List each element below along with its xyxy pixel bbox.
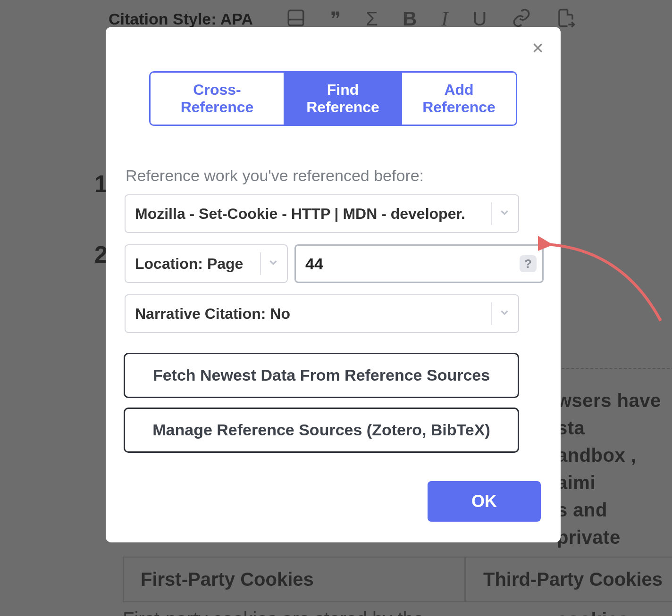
reference-work-select[interactable]: Mozilla - Set-Cookie - HTTP | MDN - deve… [125,194,519,233]
reference-tabs: Cross-Reference Find Reference Add Refer… [149,71,517,126]
tab-add-reference[interactable]: Add Reference [401,73,516,125]
tab-cross-reference[interactable]: Cross-Reference [151,73,284,125]
chevron-down-icon [498,305,511,323]
section-label: Reference work you've referenced before: [126,166,544,185]
location-value: 44 [305,255,323,273]
help-icon[interactable]: ? [520,255,537,272]
chevron-down-icon [498,205,511,223]
location-type-select[interactable]: Location: Page [125,244,288,283]
ok-button[interactable]: OK [428,481,541,522]
narrative-citation-value: Narrative Citation: No [135,305,290,323]
manage-sources-button[interactable]: Manage Reference Sources (Zotero, BibTeX… [124,408,519,453]
tab-find-reference[interactable]: Find Reference [284,73,401,125]
chevron-down-icon [267,255,279,273]
narrative-citation-select[interactable]: Narrative Citation: No [125,294,519,333]
reference-modal: × Cross-Reference Find Reference Add Ref… [106,27,561,542]
location-type-value: Location: Page [135,255,243,273]
close-icon[interactable]: × [532,38,544,58]
fetch-data-button[interactable]: Fetch Newest Data From Reference Sources [124,353,519,398]
location-value-input[interactable]: 44 ? [294,244,544,283]
reference-work-value: Mozilla - Set-Cookie - HTTP | MDN - deve… [135,205,465,223]
